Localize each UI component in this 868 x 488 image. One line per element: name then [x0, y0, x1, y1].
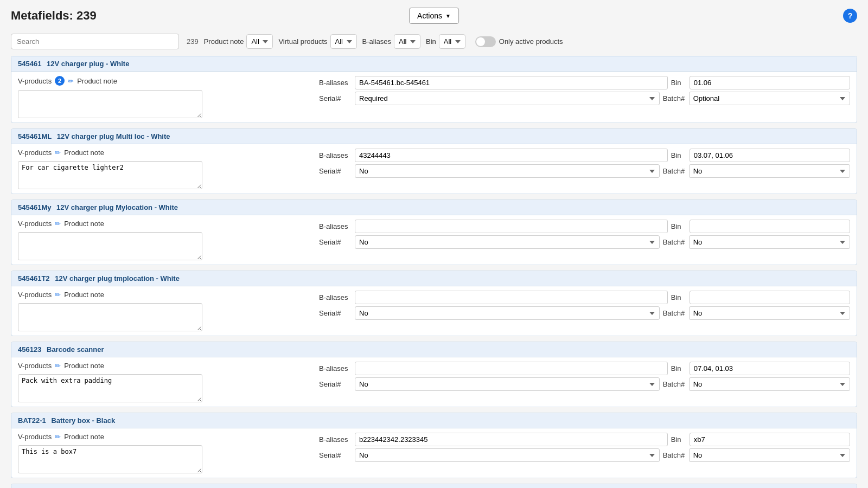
- serial-select[interactable]: NoRequiredOptional: [355, 448, 660, 462]
- serial-select[interactable]: NoRequiredOptional: [355, 377, 660, 391]
- product-note-filter-select[interactable]: All: [246, 34, 273, 49]
- bin-input[interactable]: [690, 76, 850, 89]
- product-note-textarea[interactable]: [18, 232, 202, 260]
- bin-input[interactable]: [690, 291, 850, 304]
- v-products-label: V-products: [18, 149, 52, 157]
- product-note-label: Product note: [64, 220, 104, 228]
- product-sku: 545461T2: [18, 274, 50, 282]
- b-aliases-input[interactable]: [355, 362, 668, 375]
- batch-label: Batch#: [663, 238, 686, 246]
- product-block: 545461My 12V charger plug Mylocation - W…: [11, 200, 857, 265]
- left-section: V-products✏Product note: [18, 149, 314, 189]
- product-fields-row: V-products2✏Product note B-aliases Bin S…: [18, 76, 850, 118]
- product-note-textarea[interactable]: [18, 445, 202, 473]
- active-products-toggle-label: Only active products: [499, 37, 563, 46]
- product-fields-row: V-products✏Product note B-aliases Bin Se…: [18, 220, 850, 260]
- bin-input[interactable]: [690, 220, 850, 233]
- product-sku: 545461: [18, 60, 41, 68]
- batch-label: Batch#: [663, 167, 686, 175]
- batch-label: Batch#: [663, 94, 686, 102]
- serial-label: Serial#: [319, 167, 352, 175]
- b-aliases-input[interactable]: [355, 76, 668, 89]
- product-note-label: Product note: [64, 291, 104, 299]
- product-block: 545461 12V charger plug - WhiteV-product…: [11, 56, 857, 123]
- product-body: V-products✏Product note B-aliases Bin Se…: [11, 286, 857, 336]
- b-aliases-filter-select[interactable]: All: [394, 34, 420, 49]
- product-note-textarea[interactable]: [18, 161, 202, 189]
- edit-icon[interactable]: ✏: [55, 433, 61, 441]
- serial-label: Serial#: [319, 380, 352, 388]
- left-section: V-products✏Product note: [18, 362, 314, 402]
- serial-select[interactable]: NoRequiredOptional: [355, 235, 660, 249]
- actions-button[interactable]: Actions ▼: [409, 8, 459, 24]
- b-aliases-bin-row: B-aliases Bin: [319, 76, 850, 89]
- product-note-textarea[interactable]: [18, 303, 202, 331]
- batch-select[interactable]: NoRequiredOptional: [689, 306, 850, 320]
- product-header: BAT22-10 Battery box - Silver: [11, 484, 857, 488]
- bin-input[interactable]: [690, 362, 850, 375]
- v-products-row: V-products✏Product note: [18, 291, 314, 299]
- product-fields-row: V-products✏Product note B-aliases Bin Se…: [18, 362, 850, 402]
- batch-select[interactable]: NoRequiredOptional: [689, 164, 850, 178]
- serial-label: Serial#: [319, 309, 352, 317]
- page-title: Metafields: 239: [11, 9, 97, 23]
- batch-select[interactable]: NoRequiredOptional: [689, 235, 850, 249]
- serial-batch-row: Serial# NoRequiredOptional Batch# NoRequ…: [319, 235, 850, 249]
- batch-select[interactable]: NoRequiredOptional: [689, 448, 850, 462]
- bin-label: Bin: [671, 79, 686, 87]
- product-name: 12V charger plug Mylocation - White: [54, 203, 178, 211]
- edit-icon[interactable]: ✏: [55, 149, 61, 157]
- bin-label: Bin: [671, 435, 686, 444]
- v-products-label: V-products: [18, 362, 52, 370]
- serial-select[interactable]: NoRequiredOptional: [355, 164, 660, 178]
- b-aliases-input[interactable]: [355, 291, 668, 304]
- product-sku: 545461My: [18, 203, 51, 211]
- product-header: 545461My 12V charger plug Mylocation - W…: [11, 200, 857, 215]
- product-name: 12V charger plug tmplocation - White: [53, 274, 180, 282]
- bin-input[interactable]: [690, 433, 850, 446]
- edit-icon[interactable]: ✏: [68, 77, 74, 85]
- product-sku: BAT22-1: [18, 416, 46, 425]
- serial-select[interactable]: NoRequiredOptional: [355, 92, 660, 105]
- b-aliases-input[interactable]: [355, 149, 668, 162]
- product-fields-row: V-products✏Product note B-aliases Bin Se…: [18, 433, 850, 473]
- batch-select[interactable]: NoRequiredOptional: [689, 92, 850, 105]
- product-sku: 456123: [18, 345, 41, 354]
- product-body: V-products✏Product note B-aliases Bin Se…: [11, 357, 857, 407]
- b-aliases-input[interactable]: [355, 220, 668, 233]
- b-aliases-input[interactable]: [355, 433, 668, 446]
- product-note-label: Product note: [64, 149, 104, 157]
- b-aliases-label: B-aliases: [319, 79, 352, 87]
- product-body: V-products✏Product note B-aliases Bin Se…: [11, 144, 857, 194]
- virtual-products-filter-select[interactable]: All: [330, 34, 357, 49]
- bin-label: Bin: [671, 364, 686, 373]
- v-products-badge[interactable]: 2: [55, 76, 65, 86]
- serial-batch-row: Serial# NoRequiredOptional Batch# NoRequ…: [319, 448, 850, 462]
- serial-select[interactable]: NoRequiredOptional: [355, 306, 660, 320]
- active-products-toggle[interactable]: [475, 36, 496, 47]
- product-block: 456123 Barcode scannerV-products✏Product…: [11, 342, 857, 407]
- v-products-row: V-products✏Product note: [18, 149, 314, 157]
- edit-icon[interactable]: ✏: [55, 291, 61, 299]
- v-products-label: V-products: [18, 291, 52, 299]
- actions-label: Actions: [417, 11, 442, 20]
- batch-select[interactable]: NoRequiredOptional: [689, 377, 850, 391]
- product-header: 456123 Barcode scanner: [11, 342, 857, 357]
- search-input[interactable]: [11, 34, 179, 49]
- b-aliases-bin-row: B-aliases Bin: [319, 291, 850, 304]
- product-note-textarea[interactable]: [18, 90, 202, 118]
- b-aliases-bin-row: B-aliases Bin: [319, 149, 850, 162]
- help-icon[interactable]: ?: [843, 9, 857, 23]
- right-section: B-aliases Bin Serial# NoRequiredOptional…: [314, 433, 850, 462]
- v-products-row: V-products✏Product note: [18, 362, 314, 370]
- right-section: B-aliases Bin Serial# NoRequiredOptional…: [314, 149, 850, 178]
- edit-icon[interactable]: ✏: [55, 220, 61, 228]
- product-note-textarea[interactable]: [18, 374, 202, 402]
- products-container: 545461 12V charger plug - WhiteV-product…: [11, 56, 857, 488]
- virtual-products-filter-label: Virtual products: [278, 37, 327, 46]
- edit-icon[interactable]: ✏: [55, 362, 61, 370]
- bin-filter-select[interactable]: All: [439, 34, 465, 49]
- right-section: B-aliases Bin Serial# NoRequiredOptional…: [314, 220, 850, 249]
- bin-input[interactable]: [690, 149, 850, 162]
- b-aliases-label: B-aliases: [319, 435, 352, 444]
